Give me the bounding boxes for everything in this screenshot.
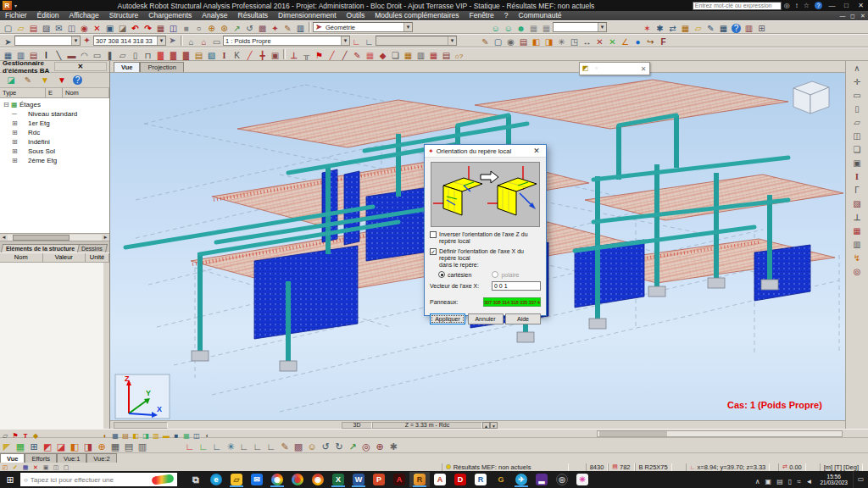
job-preferences-icon[interactable]: ▦ <box>679 23 692 34</box>
tree-1er-etg[interactable]: ⊞ 1er Etg <box>0 119 109 128</box>
eraser-icon[interactable]: ▬ <box>65 50 78 61</box>
menu-edition[interactable]: Édition <box>32 11 64 20</box>
cascade-icon[interactable]: ▣ <box>41 463 51 471</box>
line-load-icon[interactable]: ╱ <box>326 50 338 62</box>
rotate-3d-icon[interactable]: ◉ <box>504 36 517 47</box>
disp-solid-icon[interactable]: ■ <box>171 432 181 441</box>
shrink-icon[interactable]: ✳ <box>224 441 237 453</box>
cartesian-radio[interactable] <box>438 271 445 278</box>
axes-bar-icon[interactable]: ∟ <box>197 441 210 453</box>
tray-onedrive-icon[interactable]: ▣ <box>765 478 772 485</box>
local-z-icon[interactable]: ∟ <box>264 441 278 453</box>
open-icon[interactable]: ▱ <box>14 23 27 34</box>
support-def-icon[interactable]: ⊥ <box>851 212 864 225</box>
invert-z-checkbox[interactable] <box>430 231 437 238</box>
start-button[interactable]: ⊞ <box>0 474 20 485</box>
view-query-icon[interactable]: ✓ <box>10 463 20 471</box>
btab-vue1[interactable]: Vue:1 <box>57 453 86 463</box>
mdi-minimize-button[interactable]: — <box>837 13 848 19</box>
task-view-icon[interactable]: ⧉ <box>186 472 206 487</box>
attr-target-icon[interactable]: ⊕ <box>95 441 108 453</box>
flag-icon[interactable]: ⚑ <box>313 50 326 62</box>
taskbar-search[interactable]: ○ <box>20 473 177 486</box>
help-circle-icon[interactable]: ? <box>815 2 822 9</box>
invert-z-checkbox-row[interactable]: Inverser l'orientation de l'axe Z du rep… <box>430 231 541 245</box>
exchange-icon[interactable]: ↕ <box>795 2 798 9</box>
zoom-icon[interactable]: ○ <box>192 23 205 34</box>
bench-icon[interactable]: ▭ <box>210 36 223 47</box>
c-purple-icon[interactable]: ▂ <box>531 472 552 487</box>
menu-resultats[interactable]: Résultats <box>233 11 273 20</box>
help-button[interactable]: Aide <box>505 313 541 324</box>
obs-icon[interactable]: ◎ <box>552 472 572 487</box>
axes-panel-icon[interactable]: ∟ <box>210 441 224 453</box>
floors-def-icon[interactable]: ▥ <box>851 239 864 252</box>
define-x-checkbox[interactable]: ✓ <box>430 248 437 255</box>
mdi-close-button[interactable]: ✕ <box>858 13 868 19</box>
mirror-h-icon[interactable]: ◧ <box>530 36 542 47</box>
app-logo-icon[interactable]: R <box>3 1 12 10</box>
paint-icon[interactable]: ✳ <box>572 472 593 487</box>
mirror-v-icon[interactable]: ◨ <box>542 36 555 47</box>
minimize-button[interactable]: — <box>825 1 839 10</box>
menu-modules[interactable]: Modules complémentaires <box>370 11 464 20</box>
view-template-icon[interactable]: ▦ <box>154 23 167 34</box>
local-axes-icon[interactable]: ∟ <box>350 36 363 47</box>
inspector-combo[interactable]: ▼ <box>553 22 607 32</box>
menu-communaute[interactable]: Communauté <box>514 11 567 20</box>
analysis-icon[interactable]: ✶ <box>641 23 654 34</box>
floor-sect3-icon[interactable]: ▓ <box>180 50 192 61</box>
project-folder-icon[interactable]: ▱ <box>692 23 704 34</box>
keyword-search-input[interactable] <box>693 2 782 10</box>
grid-icon[interactable]: ⊞ <box>755 23 768 34</box>
autocad-icon[interactable]: A <box>430 472 450 487</box>
attr-triangle-icon[interactable]: ◤ <box>0 441 14 453</box>
cut-x-icon[interactable]: ✕ <box>593 36 606 47</box>
edit-select-icon[interactable]: ▢ <box>492 36 504 47</box>
menu-aide[interactable]: ? <box>499 11 514 20</box>
arc-icon[interactable]: ◠ <box>78 50 91 61</box>
print-icon[interactable]: ▨ <box>40 23 53 34</box>
local-x-icon[interactable]: ∟ <box>237 441 251 453</box>
taskbar-search-input[interactable] <box>31 476 149 484</box>
inspector-help-icon[interactable]: ☻ <box>515 23 527 34</box>
menu-fenetre[interactable]: Fenêtre <box>465 11 499 20</box>
beam-icon[interactable]: ╲ <box>53 50 65 61</box>
delete-icon[interactable]: ✕ <box>91 23 103 34</box>
btab-vue[interactable]: Vue <box>0 453 25 463</box>
attr-pair1-icon[interactable]: ▦ <box>108 441 122 453</box>
copy-icon[interactable]: ▣ <box>103 23 116 34</box>
section-i-icon[interactable]: I <box>218 50 231 61</box>
volume-def-icon[interactable]: ▣ <box>851 158 864 171</box>
filter-delete-icon[interactable]: ▼ <box>56 75 68 86</box>
object-inspector-icon[interactable]: ☺ <box>502 23 515 34</box>
panneaux-field[interactable]: 307 308 314 318 335 337 401 <box>483 297 541 307</box>
palette-close-icon[interactable]: ✕ <box>637 65 649 73</box>
chrome3-icon[interactable]: ◉ <box>308 472 328 487</box>
view-template2-icon[interactable]: ◫ <box>167 23 180 34</box>
view-new-icon[interactable]: ◰ <box>0 463 10 471</box>
support2-icon[interactable]: ╥ <box>300 50 313 62</box>
cladding-icon[interactable]: ▧ <box>205 50 218 61</box>
wrench-icon[interactable]: ✎ <box>281 23 294 34</box>
floor4-icon[interactable]: ▤ <box>440 50 453 62</box>
flag-f-icon[interactable]: F <box>657 36 670 47</box>
view-grid-icon[interactable]: ▦ <box>20 463 31 471</box>
excel-icon[interactable]: X <box>328 472 348 487</box>
new-element-icon[interactable]: ◪ <box>5 75 17 86</box>
node-def-icon[interactable]: ✛ <box>851 76 864 90</box>
save-icon[interactable]: ▤ <box>27 23 40 34</box>
menu-structure[interactable]: Structure <box>104 11 144 20</box>
release-icon[interactable]: K <box>231 50 243 61</box>
favorites-star-icon[interactable]: ☆ <box>804 2 810 9</box>
robot-icon[interactable]: R <box>409 472 430 487</box>
g-app-icon[interactable]: G <box>491 472 511 487</box>
slab-def-icon[interactable]: ▱ <box>851 117 864 130</box>
render-icon[interactable]: ▩ <box>256 23 269 34</box>
tree-indefini[interactable]: ⊞ Indéfini <box>0 137 109 147</box>
bar-icon[interactable]: ▭ <box>91 50 103 61</box>
maximize-button[interactable]: □ <box>839 1 854 10</box>
notification-center-icon[interactable]: ▭ <box>853 471 868 488</box>
load-case-combo[interactable]: 1 : Poids Propre▼ <box>223 36 350 46</box>
sphere-icon[interactable]: ● <box>632 36 644 47</box>
